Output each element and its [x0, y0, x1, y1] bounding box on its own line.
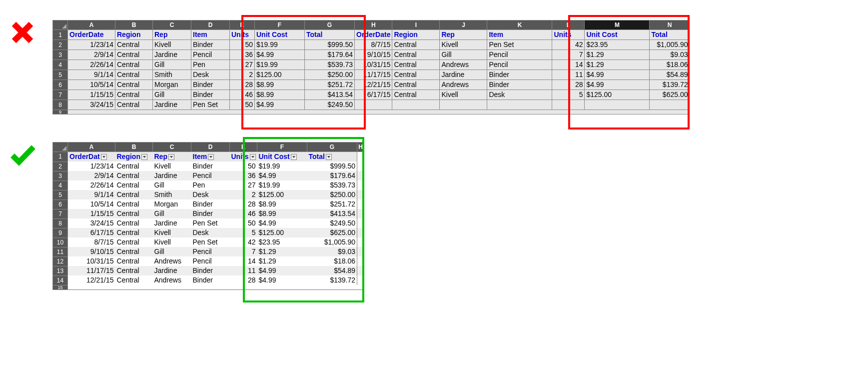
cell[interactable]: Kivell [153, 238, 191, 247]
cell[interactable]: $1,005.90 [650, 40, 690, 50]
cell[interactable]: $18.06 [307, 256, 357, 266]
cell[interactable]: $251.72 [307, 200, 357, 209]
empty-row[interactable] [68, 110, 690, 114]
hdr-orderdate2[interactable]: OrderDate [355, 30, 392, 40]
cell[interactable]: 2/26/14 [68, 60, 115, 70]
row-6[interactable]: 6 [53, 200, 68, 209]
row-7[interactable]: 7 [53, 209, 68, 218]
col-B[interactable]: B [115, 142, 153, 152]
row-4[interactable]: 4 [53, 180, 68, 190]
cell-blank[interactable] [357, 162, 364, 171]
row-7[interactable]: 7 [53, 90, 68, 100]
cell[interactable]: $999.50 [307, 162, 357, 171]
row-14[interactable]: 14 [53, 276, 68, 285]
row-8[interactable]: 8 [53, 218, 68, 228]
cell[interactable]: 11/17/15 [355, 70, 392, 80]
cell[interactable]: 8/7/15 [68, 238, 115, 247]
hdr-unitcost2[interactable]: Unit Cost [585, 30, 650, 40]
cell[interactable]: $1,005.90 [307, 238, 357, 247]
cell[interactable]: 9/1/14 [68, 190, 115, 200]
cell[interactable]: 50 [230, 40, 255, 50]
filter-icon[interactable] [168, 154, 174, 160]
cell[interactable]: Binder [191, 90, 230, 100]
cell[interactable]: $19.99 [255, 40, 305, 50]
row-9[interactable]: 9 [53, 110, 68, 114]
cell[interactable]: 1/23/14 [68, 162, 115, 171]
cell[interactable]: Andrews [440, 60, 487, 70]
cell[interactable]: Central [115, 209, 153, 218]
cell[interactable]: Central [115, 247, 153, 256]
select-all-corner[interactable] [53, 142, 68, 152]
row-2[interactable]: 2 [53, 162, 68, 171]
cell[interactable]: Jardine [153, 171, 191, 180]
hdr-unitcost[interactable]: Unit Cost [257, 152, 307, 162]
col-H[interactable]: H [357, 142, 364, 152]
cell[interactable]: 2/9/14 [68, 171, 115, 180]
row-2[interactable]: 2 [53, 40, 68, 50]
cell[interactable]: 9/10/15 [68, 247, 115, 256]
cell[interactable]: $999.50 [305, 40, 355, 50]
cell[interactable]: Kivell [440, 40, 487, 50]
cell[interactable]: $19.99 [257, 162, 307, 171]
col-H[interactable]: H [355, 20, 392, 30]
cell[interactable]: 28 [230, 276, 257, 285]
cell[interactable]: Pen [191, 60, 230, 70]
cell[interactable]: Central [115, 171, 153, 180]
cell[interactable] [650, 100, 690, 110]
cell[interactable] [440, 100, 487, 110]
cell[interactable]: Jardine [440, 70, 487, 80]
cell[interactable]: Central [115, 50, 153, 60]
cell-blank[interactable] [357, 200, 364, 209]
cell[interactable]: 50 [230, 218, 257, 228]
filter-icon[interactable] [208, 154, 214, 160]
cell[interactable]: $8.99 [257, 200, 307, 209]
cell[interactable]: Gill [153, 60, 191, 70]
cell[interactable]: 7 [230, 247, 257, 256]
row-3[interactable]: 3 [53, 50, 68, 60]
cell[interactable]: 28 [230, 200, 257, 209]
row-12[interactable]: 12 [53, 256, 68, 266]
cell[interactable]: $539.73 [307, 180, 357, 190]
cell[interactable]: $4.99 [257, 171, 307, 180]
cell[interactable]: Pen Set [191, 238, 230, 247]
filter-icon[interactable] [141, 154, 147, 160]
cell[interactable]: 6/17/15 [355, 90, 392, 100]
cell[interactable]: Pencil [191, 247, 230, 256]
cell[interactable]: $1.29 [257, 256, 307, 266]
cell[interactable]: Binder [487, 80, 552, 90]
col-K[interactable]: K [487, 20, 552, 30]
cell[interactable]: 42 [230, 238, 257, 247]
row-9[interactable]: 9 [53, 228, 68, 238]
cell[interactable]: Central [392, 60, 440, 70]
cell[interactable]: Central [115, 266, 153, 276]
col-N[interactable]: N [650, 20, 690, 30]
cell[interactable]: $8.99 [255, 90, 305, 100]
cell[interactable]: $125.00 [585, 90, 650, 100]
cell[interactable]: $125.00 [257, 228, 307, 238]
cell[interactable] [585, 100, 650, 110]
cell[interactable]: Central [115, 218, 153, 228]
hdr-orderdate[interactable]: OrderDate [68, 30, 115, 40]
cell[interactable]: Binder [191, 200, 230, 209]
cell[interactable]: 2 [230, 70, 255, 80]
cell[interactable]: 10/5/14 [68, 80, 115, 90]
cell[interactable]: $625.00 [307, 228, 357, 238]
row-1[interactable]: 1 [53, 30, 68, 40]
bad-table[interactable]: A B C D E F G H I J K L M N 1 OrderDate … [52, 20, 690, 114]
cell[interactable]: $1.29 [585, 50, 650, 60]
cell[interactable]: Pencil [191, 256, 230, 266]
cell[interactable]: $4.99 [585, 80, 650, 90]
cell-blank[interactable] [357, 218, 364, 228]
cell[interactable]: 36 [230, 171, 257, 180]
cell[interactable]: $539.73 [305, 60, 355, 70]
filter-icon[interactable] [291, 154, 297, 160]
cell[interactable]: 1/23/14 [68, 40, 115, 50]
filter-icon[interactable] [250, 154, 256, 160]
cell[interactable]: Central [392, 50, 440, 60]
cell[interactable]: $54.89 [650, 70, 690, 80]
cell[interactable]: Desk [191, 70, 230, 80]
cell-blank[interactable] [357, 256, 364, 266]
hdr-item2[interactable]: Item [487, 30, 552, 40]
cell[interactable]: 10/31/15 [355, 60, 392, 70]
cell-blank[interactable] [357, 209, 364, 218]
